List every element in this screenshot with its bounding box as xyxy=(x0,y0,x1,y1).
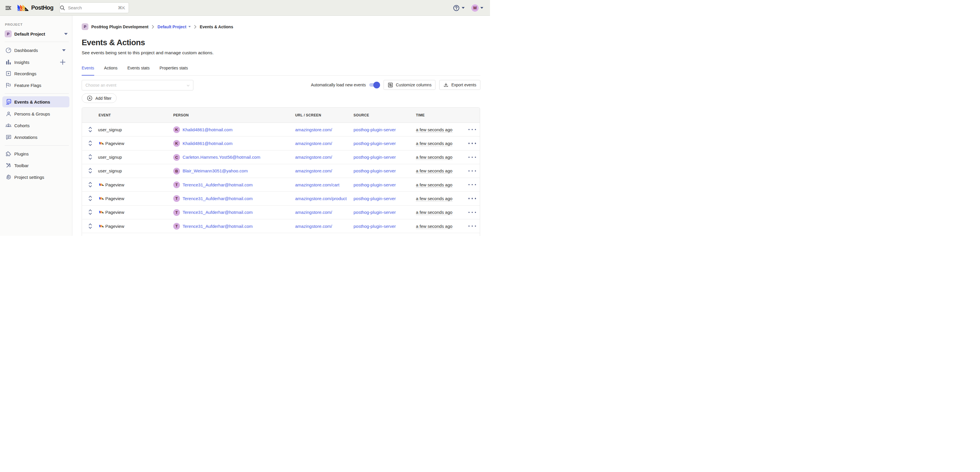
svg-text:A: A xyxy=(8,100,10,103)
